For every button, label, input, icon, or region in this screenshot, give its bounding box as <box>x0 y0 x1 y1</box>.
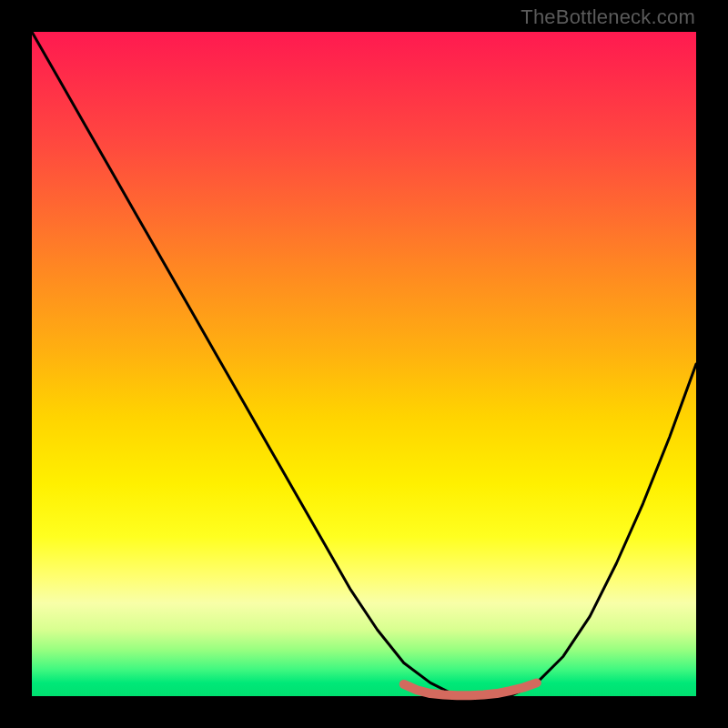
chart-frame: TheBottleneck.com <box>0 0 728 728</box>
watermark-text: TheBottleneck.com <box>521 5 695 29</box>
plot-area <box>32 32 696 696</box>
